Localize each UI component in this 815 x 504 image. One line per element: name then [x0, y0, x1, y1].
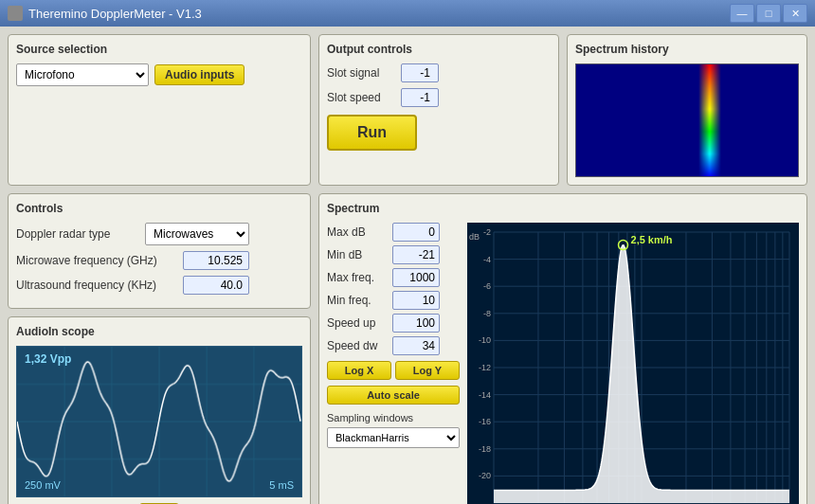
audio-inputs-button[interactable]: Audio inputs: [154, 64, 244, 85]
slot-signal-label: Slot signal: [327, 66, 393, 80]
min-db-label: Min dB: [327, 248, 389, 261]
slot-speed-label: Slot speed: [327, 91, 393, 104]
doppler-type-row: Doppler radar type Microwaves Ultrasound: [16, 223, 302, 245]
min-freq-label: Min freq.: [327, 294, 389, 307]
speed-up-input[interactable]: [392, 314, 440, 333]
controls-title: Controls: [16, 202, 302, 215]
spectrum-history-canvas: [575, 63, 799, 177]
maximize-button[interactable]: □: [756, 4, 781, 23]
title-bar: Theremino DopplerMeter - V1.3 — □ ✕: [0, 0, 815, 27]
ultrasound-freq-input[interactable]: [183, 276, 249, 295]
microwave-freq-input[interactable]: [183, 251, 249, 270]
time-scale-label: 5 mS: [269, 479, 294, 491]
min-db-input[interactable]: [392, 245, 440, 264]
source-selection-panel: Source selection Microfono Line In USB A…: [8, 34, 311, 186]
log-btn-row: Log X Log Y: [327, 361, 460, 380]
source-row: Microfono Line In USB Audio Audio inputs: [16, 63, 302, 86]
slot-speed-input[interactable]: [401, 88, 439, 107]
minimize-button[interactable]: —: [730, 4, 754, 23]
microwave-freq-row: Microwave frequency (GHz): [16, 251, 302, 270]
log-y-button[interactable]: Log Y: [395, 361, 460, 380]
microwave-freq-label: Microwave frequency (GHz): [16, 254, 177, 267]
min-freq-input[interactable]: [392, 291, 440, 310]
slot-signal-input[interactable]: [401, 63, 439, 82]
scope-canvas: 1,32 Vpp 250 mV 5 mS: [16, 346, 302, 497]
output-controls-panel: Output controls Slot signal Slot speed R…: [318, 34, 559, 186]
sampling-windows-label: Sampling windows: [327, 412, 460, 423]
spectrum-panel: Spectrum Max dB Min dB Max freq.: [318, 193, 807, 504]
voltage-scale-label: 250 mV: [25, 479, 61, 491]
spectrum-title: Spectrum: [327, 202, 799, 215]
source-dropdown[interactable]: Microfono Line In USB Audio: [16, 63, 149, 86]
source-selection-title: Source selection: [16, 43, 302, 56]
app-icon: [8, 6, 23, 21]
max-freq-row: Max freq.: [327, 268, 460, 287]
spectrum-history-panel: Spectrum history: [567, 34, 807, 186]
run-button[interactable]: Run: [327, 115, 417, 151]
speed-dw-row: Speed dw: [327, 336, 460, 355]
title-controls: — □ ✕: [730, 4, 807, 23]
spectrum-chart-container: [467, 223, 799, 504]
max-freq-input[interactable]: [392, 268, 440, 287]
audioin-scope-title: AudioIn scope: [16, 325, 302, 338]
spectrum-history-title: Spectrum history: [575, 43, 799, 56]
speed-up-row: Speed up: [327, 314, 460, 333]
max-db-input[interactable]: [392, 223, 440, 242]
main-content: Source selection Microfono Line In USB A…: [0, 27, 815, 504]
min-db-row: Min dB: [327, 245, 460, 264]
min-freq-row: Min freq.: [327, 291, 460, 310]
ultrasound-freq-row: Ultrasound frequency (KHz): [16, 276, 302, 295]
audioin-scope-panel: AudioIn scope 1,32 Vpp 250 mV 5 mS ◁ Neg…: [8, 316, 311, 504]
max-freq-label: Max freq.: [327, 271, 389, 284]
close-button[interactable]: ✕: [783, 4, 807, 23]
controls-panel: Controls Doppler radar type Microwaves U…: [8, 193, 311, 309]
ultrasound-freq-label: Ultrasound frequency (KHz): [16, 279, 177, 292]
max-db-row: Max dB: [327, 223, 460, 242]
log-x-button[interactable]: Log X: [327, 361, 391, 380]
output-controls-title: Output controls: [327, 43, 551, 56]
speed-up-label: Speed up: [327, 316, 389, 330]
spectrum-controls: Max dB Min dB Max freq. Min freq.: [327, 223, 460, 504]
sampling-window-select[interactable]: BlackmanHarris Hanning Hamming: [327, 427, 460, 448]
slot-signal-row: Slot signal: [327, 63, 551, 82]
auto-scale-button[interactable]: Auto scale: [327, 386, 460, 405]
doppler-type-dropdown[interactable]: Microwaves Ultrasound: [145, 223, 249, 245]
doppler-type-label: Doppler radar type: [16, 227, 139, 241]
max-db-label: Max dB: [327, 225, 389, 239]
slot-speed-row: Slot speed: [327, 88, 551, 107]
speed-dw-input[interactable]: [392, 336, 440, 355]
voltage-pp-label: 1,32 Vpp: [25, 352, 71, 366]
speed-dw-label: Speed dw: [327, 339, 389, 352]
title-bar-left: Theremino DopplerMeter - V1.3: [8, 6, 202, 21]
title-text: Theremino DopplerMeter - V1.3: [28, 7, 202, 21]
